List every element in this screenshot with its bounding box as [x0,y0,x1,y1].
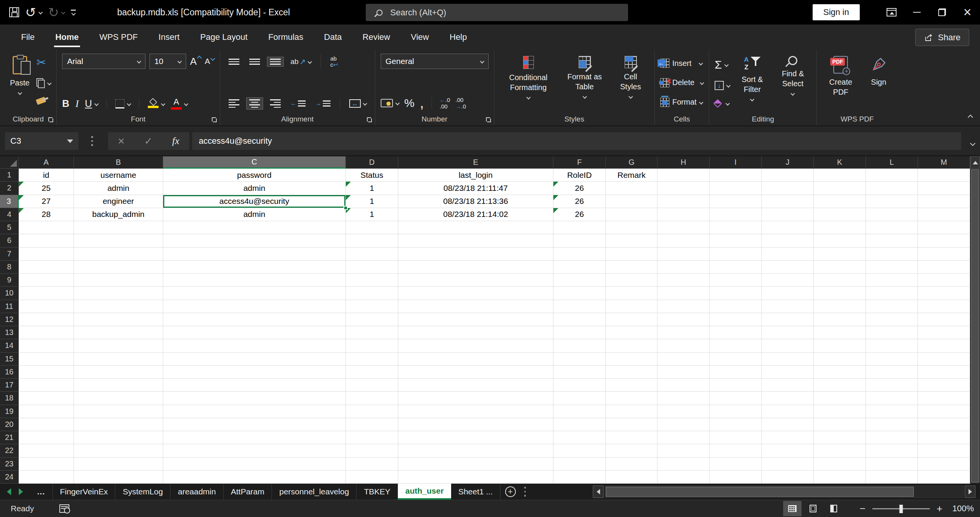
cell-F7[interactable] [553,248,606,261]
sheet-options-icon[interactable] [524,487,526,497]
conditional-formatting-button[interactable]: Conditional Formatting [500,54,557,101]
find-select-button[interactable]: Find & Select [774,54,811,97]
cell-B11[interactable] [74,300,163,313]
cell-E6[interactable] [398,234,553,247]
cell-F20[interactable] [553,418,606,431]
cell-B5[interactable] [74,221,163,234]
cell-B23[interactable] [74,458,163,471]
copy-button[interactable] [36,78,51,88]
macro-record-icon[interactable] [59,504,69,513]
cell-C10[interactable] [163,287,346,300]
cell-A23[interactable] [19,458,74,471]
cell-C11[interactable] [163,300,346,313]
cell-J11[interactable] [762,300,814,313]
page-break-view-button[interactable] [825,501,843,516]
previous-sheet-icon[interactable] [7,488,11,495]
cell-L18[interactable] [866,392,918,405]
customize-qat-button[interactable] [71,10,76,15]
cell-H12[interactable] [658,313,710,326]
row-header-6[interactable]: 6 [0,234,19,247]
cell-A15[interactable] [19,353,74,366]
cell-H4[interactable] [658,208,710,221]
cell-I9[interactable] [710,274,762,287]
column-header-A[interactable]: A [19,156,74,169]
align-center-button[interactable] [246,97,263,110]
vertical-scrollbar-thumb[interactable] [971,169,979,483]
cell-I12[interactable] [710,313,762,326]
cell-K15[interactable] [814,353,866,366]
save-icon[interactable] [9,7,19,17]
cell-D5[interactable] [346,221,398,234]
cell-K8[interactable] [814,261,866,274]
cell-A10[interactable] [19,287,74,300]
restore-button[interactable] [929,0,955,25]
row-header-3[interactable]: 3 [0,195,19,208]
fill-color-button[interactable] [148,99,165,108]
cell-I8[interactable] [710,261,762,274]
zoom-slider-thumb[interactable] [899,505,903,513]
cell-J21[interactable] [762,431,814,444]
cell-D6[interactable] [346,234,398,247]
cell-K16[interactable] [814,366,866,379]
cell-B14[interactable] [74,339,163,352]
cell-A11[interactable] [19,300,74,313]
paste-button[interactable]: Paste [5,54,34,97]
cell-K12[interactable] [814,313,866,326]
cell-B21[interactable] [74,431,163,444]
cell-M21[interactable] [918,431,970,444]
bold-button[interactable]: B [62,98,69,110]
row-header-23[interactable]: 23 [0,458,19,471]
cell-E2[interactable]: 08/23/18 21:11:47 [398,182,553,195]
cell-F15[interactable] [553,353,606,366]
cell-J15[interactable] [762,353,814,366]
close-button[interactable]: × [955,0,980,25]
cell-L16[interactable] [866,366,918,379]
cell-E10[interactable] [398,287,553,300]
zoom-level[interactable]: 100% [949,504,974,514]
cell-B9[interactable] [74,274,163,287]
cell-C16[interactable] [163,366,346,379]
cell-A18[interactable] [19,392,74,405]
autosum-button[interactable]: Σ [715,59,730,71]
cell-E21[interactable] [398,431,553,444]
cell-H7[interactable] [658,248,710,261]
cell-E14[interactable] [398,339,553,352]
cell-J9[interactable] [762,274,814,287]
row-header-19[interactable]: 19 [0,405,19,418]
cell-B10[interactable] [74,287,163,300]
cell-F18[interactable] [553,392,606,405]
sheet-tab-sheet1[interactable]: Sheet1 ... [451,484,501,500]
cell-F12[interactable] [553,313,606,326]
increase-font-size-button[interactable]: A [190,56,201,67]
cell-D2[interactable]: 1 [346,182,398,195]
cell-H10[interactable] [658,287,710,300]
cell-K9[interactable] [814,274,866,287]
cell-M24[interactable] [918,471,970,484]
align-right-button[interactable] [267,97,284,110]
cell-L23[interactable] [866,458,918,471]
search-box[interactable]: Search (Alt+Q) [366,4,628,21]
cancel-icon[interactable]: × [118,135,125,147]
cell-F13[interactable] [553,326,606,339]
row-header-20[interactable]: 20 [0,418,19,431]
cell-F1[interactable]: RoleID [553,169,606,182]
cell-L14[interactable] [866,339,918,352]
cell-L8[interactable] [866,261,918,274]
cell-I14[interactable] [710,339,762,352]
cell-D12[interactable] [346,313,398,326]
cell-H15[interactable] [658,353,710,366]
cell-D8[interactable] [346,261,398,274]
cell-J19[interactable] [762,405,814,418]
font-dialog-launcher-icon[interactable] [211,117,217,123]
cell-K13[interactable] [814,326,866,339]
cell-F23[interactable] [553,458,606,471]
cell-F19[interactable] [553,405,606,418]
cell-A19[interactable] [19,405,74,418]
cell-M10[interactable] [918,287,970,300]
cell-C12[interactable] [163,313,346,326]
cell-E15[interactable] [398,353,553,366]
cell-J5[interactable] [762,221,814,234]
cell-K20[interactable] [814,418,866,431]
paste-chevron-icon[interactable] [18,90,22,95]
format-as-table-button[interactable]: Format as Table [561,54,609,100]
